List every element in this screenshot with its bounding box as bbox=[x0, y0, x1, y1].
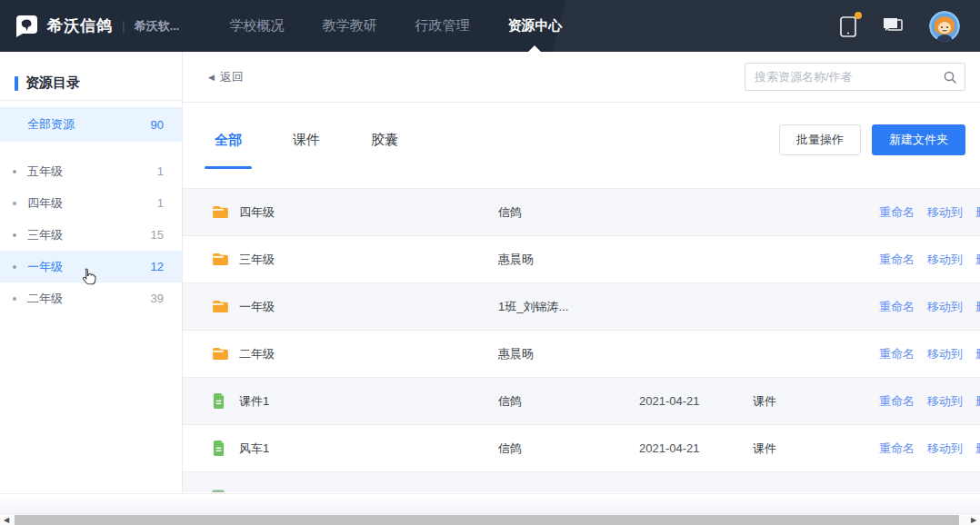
bullet-dot bbox=[13, 297, 16, 301]
main-content: ◀ 返回 全部 课件 胶囊 bbox=[183, 52, 980, 493]
count-badge: 15 bbox=[151, 228, 164, 242]
folder-icon bbox=[212, 253, 229, 266]
count-badge: 12 bbox=[151, 260, 164, 273]
chat-icon bbox=[882, 16, 905, 35]
notification-badge bbox=[855, 12, 862, 19]
resource-directory-sidebar: 资源目录 全部资源 90 五年级 1 四年级 1 三年级 15 bbox=[0, 52, 183, 493]
search-icon[interactable] bbox=[943, 70, 957, 84]
tab-all[interactable]: 全部 bbox=[215, 103, 242, 177]
move-to-link[interactable]: 移动到 bbox=[927, 299, 963, 315]
move-to-link[interactable]: 移动到 bbox=[927, 441, 963, 457]
rename-link[interactable]: 重命名 bbox=[879, 299, 915, 315]
count-badge: 1 bbox=[157, 164, 164, 178]
back-arrow-icon: ◀ bbox=[208, 73, 215, 82]
resource-author: 信鸽 bbox=[498, 204, 639, 221]
courseware-file-icon bbox=[212, 441, 229, 456]
scrollbar-thumb[interactable] bbox=[15, 515, 959, 525]
pigeon-logo-icon bbox=[15, 14, 39, 38]
table-row[interactable]: 二年级 惠晨旸 重命名 移动到 删除 bbox=[183, 330, 980, 377]
move-to-link[interactable]: 移动到 bbox=[927, 204, 963, 221]
app-logo[interactable]: 希沃信鸽 | 希沃软... bbox=[15, 14, 179, 38]
bullet-dot bbox=[13, 233, 16, 237]
count-badge: 1 bbox=[157, 196, 164, 210]
rename-link[interactable]: 重命名 bbox=[879, 204, 915, 221]
folder-icon bbox=[212, 300, 229, 313]
sidebar-item-grade2[interactable]: 二年级 39 bbox=[0, 282, 182, 314]
resource-name: 课件1 bbox=[239, 393, 498, 410]
rename-link[interactable]: 重命名 bbox=[879, 441, 915, 457]
bullet-dot bbox=[13, 202, 16, 205]
resource-table: 四年级 信鸽 重命名 移动到 删除 三年级 惠晨旸 重命名 bbox=[183, 188, 980, 493]
rename-link[interactable]: 重命名 bbox=[879, 346, 915, 362]
resource-name: 风车1 bbox=[239, 441, 498, 457]
bullet-dot bbox=[13, 265, 16, 269]
move-to-link[interactable]: 移动到 bbox=[927, 346, 963, 362]
nav-item-teaching-research[interactable]: 教学教研 bbox=[322, 0, 376, 52]
sidebar-divider bbox=[0, 100, 182, 101]
new-folder-button[interactable]: 新建文件夹 bbox=[872, 124, 965, 155]
resource-name: 三年级 bbox=[239, 252, 498, 268]
table-row[interactable]: 课件1 信鸽 2021-04-21 课件 重命名 移动到 删除 bbox=[183, 377, 980, 424]
main-nav: 学校概况 教学教研 行政管理 资源中心 bbox=[210, 0, 581, 52]
resource-date: 2021-04-21 bbox=[639, 441, 753, 455]
folder-icon bbox=[212, 205, 229, 219]
logo-divider: | bbox=[122, 19, 125, 34]
tab-courseware[interactable]: 课件 bbox=[293, 103, 320, 177]
delete-link[interactable]: 删除 bbox=[975, 204, 980, 221]
table-row[interactable]: 三年级 惠晨旸 重命名 移动到 删除 bbox=[183, 235, 980, 282]
sidebar-header: 资源目录 bbox=[0, 52, 182, 100]
sidebar-title: 资源目录 bbox=[25, 74, 80, 92]
top-nav-bar: 希沃信鸽 | 希沃软... 学校概况 教学教研 行政管理 资源中心 bbox=[0, 0, 980, 52]
app-name: 希沃信鸽 bbox=[47, 15, 113, 36]
search-input[interactable] bbox=[755, 70, 943, 84]
tab-capsule[interactable]: 胶囊 bbox=[371, 103, 398, 177]
delete-link[interactable]: 删除 bbox=[975, 346, 980, 362]
rename-link[interactable]: 重命名 bbox=[879, 252, 915, 268]
messages-button[interactable] bbox=[882, 16, 905, 35]
page-body: 资源目录 全部资源 90 五年级 1 四年级 1 三年级 15 bbox=[0, 52, 980, 493]
title-accent-bar bbox=[15, 76, 18, 91]
table-row-partial bbox=[183, 471, 980, 492]
count-badge: 90 bbox=[151, 118, 164, 132]
resource-type: 课件 bbox=[753, 393, 866, 410]
delete-link[interactable]: 删除 bbox=[975, 393, 980, 410]
delete-link[interactable]: 删除 bbox=[975, 252, 980, 268]
resource-author: 信鸽 bbox=[498, 393, 639, 410]
delete-link[interactable]: 删除 bbox=[975, 299, 980, 315]
sidebar-item-grade1[interactable]: 一年级 12 bbox=[0, 251, 182, 282]
batch-operation-button[interactable]: 批量操作 bbox=[779, 124, 861, 155]
horizontal-scrollbar[interactable]: ◀ ▶ bbox=[0, 513, 980, 525]
move-to-link[interactable]: 移动到 bbox=[927, 393, 963, 410]
active-tab-underline bbox=[205, 166, 252, 169]
nav-item-school-overview[interactable]: 学校概况 bbox=[229, 0, 284, 52]
sidebar-item-grade5[interactable]: 五年级 1 bbox=[0, 155, 182, 187]
tabs-and-actions-row: 全部 课件 胶囊 批量操作 新建文件夹 bbox=[183, 103, 980, 177]
user-avatar[interactable] bbox=[929, 11, 960, 42]
nav-item-administration[interactable]: 行政管理 bbox=[415, 0, 469, 52]
mobile-device-button[interactable] bbox=[839, 15, 858, 38]
sidebar-item-grade3[interactable]: 三年级 15 bbox=[0, 219, 182, 251]
delete-link[interactable]: 删除 bbox=[975, 441, 980, 457]
table-row[interactable]: 一年级 1班_刘锦涛... 重命名 移动到 删除 bbox=[183, 282, 980, 330]
resource-author: 信鸽 bbox=[498, 441, 639, 457]
resource-date: 2021-04-21 bbox=[639, 394, 753, 408]
org-name: 希沃软... bbox=[135, 18, 180, 35]
table-row[interactable]: 风车1 信鸽 2021-04-21 课件 重命名 移动到 删除 bbox=[183, 424, 980, 471]
back-button[interactable]: ◀ 返回 bbox=[208, 69, 244, 85]
bullet-dot bbox=[13, 170, 16, 173]
sidebar-item-all-resources[interactable]: 全部资源 90 bbox=[0, 107, 182, 142]
rename-link[interactable]: 重命名 bbox=[879, 393, 915, 410]
sidebar-item-grade4[interactable]: 四年级 1 bbox=[0, 187, 182, 219]
header-actions bbox=[815, 11, 980, 42]
table-row[interactable]: 四年级 信鸽 重命名 移动到 删除 bbox=[183, 188, 980, 235]
scroll-left-arrow[interactable]: ◀ bbox=[0, 514, 13, 525]
resource-author: 惠晨旸 bbox=[498, 252, 639, 268]
resource-author: 1班_刘锦涛... bbox=[498, 299, 639, 315]
search-box bbox=[745, 63, 965, 91]
resource-tabs: 全部 课件 胶囊 bbox=[215, 103, 449, 177]
move-to-link[interactable]: 移动到 bbox=[927, 252, 963, 268]
scroll-right-arrow[interactable]: ▶ bbox=[967, 514, 980, 525]
nav-item-resource-center[interactable]: 资源中心 bbox=[507, 0, 562, 52]
count-badge: 39 bbox=[151, 292, 164, 305]
grade-folder-list: 五年级 1 四年级 1 三年级 15 一年级 12 二年级 39 bbox=[0, 155, 182, 314]
